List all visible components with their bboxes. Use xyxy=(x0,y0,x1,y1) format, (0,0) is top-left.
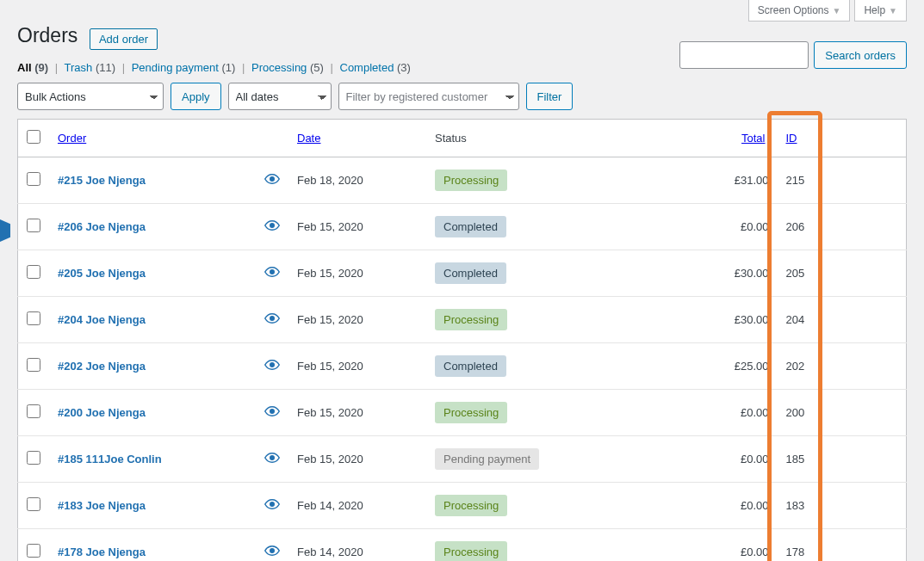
row-checkbox[interactable] xyxy=(27,544,40,558)
orders-table: Order Date Status Total ID #215 Joe Njen… xyxy=(17,119,907,561)
chevron-down-icon: ▼ xyxy=(889,6,897,15)
preview-eye-icon[interactable] xyxy=(264,220,280,233)
table-row[interactable]: #215 Joe NjengaFeb 18, 2020Processing£31… xyxy=(18,157,907,204)
col-date-header[interactable]: Date xyxy=(297,132,320,145)
preview-eye-icon[interactable] xyxy=(264,453,280,465)
help-button[interactable]: Help▼ xyxy=(854,0,907,22)
svg-point-3 xyxy=(270,317,275,321)
order-id: 183 xyxy=(778,483,829,529)
preview-eye-icon[interactable] xyxy=(264,499,280,512)
filter-pending[interactable]: Pending payment (1) xyxy=(132,61,236,74)
preview-eye-icon[interactable] xyxy=(264,174,280,187)
order-id: 200 xyxy=(778,390,829,436)
order-link[interactable]: #185 111Joe Conlin xyxy=(58,453,162,465)
filter-trash[interactable]: Trash (11) xyxy=(65,61,116,74)
order-total: £0.00 xyxy=(673,390,777,436)
chevron-down-icon: ▼ xyxy=(833,6,841,15)
screen-options-label: Screen Options xyxy=(758,4,829,16)
order-total: £0.00 xyxy=(673,529,777,562)
order-link[interactable]: #204 Joe Njenga xyxy=(58,313,146,326)
preview-eye-icon[interactable] xyxy=(264,406,280,419)
svg-point-1 xyxy=(270,224,275,228)
filter-processing[interactable]: Processing (5) xyxy=(251,61,324,74)
filter-completed[interactable]: Completed (3) xyxy=(340,61,411,74)
svg-point-7 xyxy=(270,502,275,507)
row-checkbox[interactable] xyxy=(27,497,40,511)
table-row[interactable]: #178 Joe NjengaFeb 14, 2020Processing£0.… xyxy=(18,529,907,562)
order-id: 185 xyxy=(778,436,829,483)
table-row[interactable]: #202 Joe NjengaFeb 15, 2020Completed£25.… xyxy=(18,343,907,390)
svg-point-4 xyxy=(270,363,275,367)
apply-button[interactable]: Apply xyxy=(171,83,221,110)
row-checkbox[interactable] xyxy=(27,358,40,372)
order-link[interactable]: #183 Joe Njenga xyxy=(58,499,146,512)
col-order-header[interactable]: Order xyxy=(58,132,86,145)
preview-eye-icon[interactable] xyxy=(264,267,280,280)
order-total: £30.00 xyxy=(673,297,777,343)
table-row[interactable]: #206 Joe NjengaFeb 15, 2020Completed£0.0… xyxy=(18,204,907,250)
select-all-checkbox[interactable] xyxy=(27,130,40,144)
table-row[interactable]: #185 111Joe ConlinFeb 15, 2020Pending pa… xyxy=(18,436,907,483)
order-link[interactable]: #206 Joe Njenga xyxy=(58,220,146,233)
preview-eye-icon[interactable] xyxy=(264,546,280,558)
svg-point-2 xyxy=(270,270,275,274)
status-badge: Completed xyxy=(435,216,506,237)
screen-options-button[interactable]: Screen Options▼ xyxy=(748,0,851,22)
row-checkbox[interactable] xyxy=(27,219,40,232)
status-badge: Processing xyxy=(435,541,507,561)
order-link[interactable]: #215 Joe Njenga xyxy=(58,174,146,187)
status-badge: Processing xyxy=(435,309,507,330)
order-total: £0.00 xyxy=(673,436,777,483)
svg-point-6 xyxy=(270,456,275,460)
status-badge: Pending payment xyxy=(435,448,539,470)
order-id: 205 xyxy=(778,250,829,297)
preview-eye-icon[interactable] xyxy=(264,313,280,326)
bulk-actions-select[interactable]: Bulk Actions xyxy=(17,83,164,110)
preview-eye-icon[interactable] xyxy=(264,360,280,373)
col-status-header: Status xyxy=(426,120,673,157)
order-total: £0.00 xyxy=(673,483,777,529)
status-badge: Completed xyxy=(435,262,506,284)
order-link[interactable]: #205 Joe Njenga xyxy=(58,267,146,280)
filter-all[interactable]: All (9) xyxy=(17,61,48,74)
order-id: 206 xyxy=(778,204,829,250)
add-order-button[interactable]: Add order xyxy=(90,28,158,50)
table-row[interactable]: #200 Joe NjengaFeb 15, 2020Processing£0.… xyxy=(18,390,907,436)
order-date: Feb 14, 2020 xyxy=(288,529,426,562)
order-date: Feb 15, 2020 xyxy=(288,436,426,483)
status-badge: Processing xyxy=(435,170,507,191)
order-id: 204 xyxy=(778,297,829,343)
row-checkbox[interactable] xyxy=(27,404,40,418)
filter-button[interactable]: Filter xyxy=(526,83,574,110)
search-input[interactable] xyxy=(679,41,809,69)
order-date: Feb 18, 2020 xyxy=(288,157,426,204)
table-row[interactable]: #183 Joe NjengaFeb 14, 2020Processing£0.… xyxy=(18,483,907,529)
row-checkbox[interactable] xyxy=(27,172,40,186)
table-row[interactable]: #205 Joe NjengaFeb 15, 2020Completed£30.… xyxy=(18,250,907,297)
order-id: 178 xyxy=(778,529,829,562)
order-date: Feb 15, 2020 xyxy=(288,250,426,297)
order-link[interactable]: #200 Joe Njenga xyxy=(58,406,146,419)
svg-point-5 xyxy=(270,410,275,414)
order-link[interactable]: #178 Joe Njenga xyxy=(58,546,146,558)
status-badge: Processing xyxy=(435,402,507,423)
order-id: 202 xyxy=(778,343,829,390)
order-date: Feb 15, 2020 xyxy=(288,297,426,343)
order-link[interactable]: #202 Joe Njenga xyxy=(58,360,146,373)
order-total: £31.00 xyxy=(673,157,777,204)
row-checkbox[interactable] xyxy=(27,265,40,279)
page-title: Orders xyxy=(17,24,78,47)
table-row[interactable]: #204 Joe NjengaFeb 15, 2020Processing£30… xyxy=(18,297,907,343)
order-total: £30.00 xyxy=(673,250,777,297)
search-orders-button[interactable]: Search orders xyxy=(814,41,907,69)
dates-select[interactable]: All dates xyxy=(228,83,332,110)
row-checkbox[interactable] xyxy=(27,311,40,325)
svg-point-8 xyxy=(270,549,275,553)
col-id-header[interactable]: ID xyxy=(786,132,797,145)
col-total-header[interactable]: Total xyxy=(741,132,765,145)
row-checkbox[interactable] xyxy=(27,451,40,465)
order-date: Feb 14, 2020 xyxy=(288,483,426,529)
status-badge: Completed xyxy=(435,355,506,377)
customer-filter-select[interactable]: Filter by registered customer xyxy=(338,83,519,110)
status-badge: Processing xyxy=(435,495,507,516)
